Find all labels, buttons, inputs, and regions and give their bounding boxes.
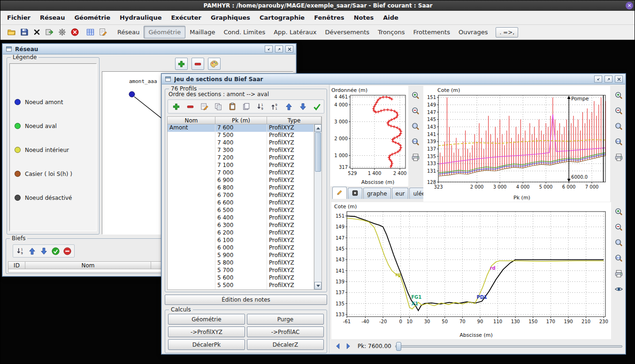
toolbar-mode-ouvrages[interactable]: Ouvrages (454, 26, 492, 38)
table-row[interactable]: 7 500ProfilXYZ (168, 132, 314, 139)
enable-bief-button[interactable] (50, 246, 61, 256)
notes-tool-button[interactable] (97, 26, 109, 38)
edit-notes-button[interactable]: Édition des notes (165, 295, 327, 305)
table-row[interactable]: 5 600ProfilXYZ (168, 274, 314, 282)
scroll-up-button[interactable] (314, 124, 321, 132)
toolbar-mode-maillage[interactable]: Maillage (185, 26, 219, 38)
validate-button[interactable] (311, 100, 323, 113)
section-chart[interactable]: -61-40-200103050709011013015017019021023… (331, 202, 611, 339)
plan-chart[interactable]: 5291 4002 4004 4614 0003 0002 0001 00031… (330, 86, 408, 186)
table-row[interactable]: 6 000ProfilXYZ (168, 244, 314, 252)
remove-node-button[interactable] (191, 58, 204, 70)
table-row[interactable]: 7 200ProfilXYZ (168, 154, 314, 162)
splitter[interactable] (329, 84, 329, 353)
menu-notes[interactable]: Notes (349, 12, 379, 23)
toolbar-mode-d-versements[interactable]: Déversements (321, 26, 374, 38)
window-titlebar[interactable]: PAMHYR : /home/parouby/MAGE/exemple_saar… (0, 0, 635, 11)
table-row[interactable]: 6 800ProfilXYZ (168, 184, 314, 192)
sort-asc-button[interactable]: 91 (268, 100, 281, 113)
paste-button[interactable] (226, 100, 239, 113)
menu-graphiques[interactable]: Graphiques (206, 12, 255, 23)
table-button[interactable] (84, 26, 97, 38)
toolbar-mode-cond-limites[interactable]: Cond. Limites (219, 26, 269, 38)
toolbar-mode-r-seau[interactable]: Réseau (113, 26, 144, 38)
minimize-icon[interactable] (594, 76, 602, 83)
tab-clear[interactable] (348, 188, 362, 199)
maximize-icon[interactable] (275, 46, 283, 53)
biefs-column-header[interactable]: ID (8, 262, 25, 269)
export-button[interactable] (43, 26, 56, 38)
print-button[interactable] (409, 151, 422, 163)
close-window-icon[interactable] (285, 46, 293, 53)
scrollbar-thumb[interactable] (315, 132, 321, 172)
visibility-button[interactable] (612, 283, 625, 295)
toolbar-mode-tron-ons[interactable]: Tronçons (374, 26, 409, 38)
menu-fenêtres[interactable]: Fenêtres (309, 12, 349, 23)
menu-exécuter[interactable]: Exécuter (166, 12, 206, 23)
table-row[interactable]: 5 900ProfilXYZ (168, 252, 314, 259)
menu-cartographie[interactable]: Cartographie (255, 12, 309, 23)
edit-profile-button[interactable] (198, 100, 211, 113)
calc-button-d-calerz[interactable]: DécalerZ (247, 339, 324, 350)
table-row[interactable]: 5 800ProfilXYZ (168, 259, 314, 267)
open-button[interactable] (5, 26, 18, 38)
menu-géométrie[interactable]: Géométrie (69, 12, 115, 23)
move-down-button[interactable] (38, 246, 49, 256)
settings-button[interactable] (56, 26, 69, 38)
table-row[interactable]: 7 300ProfilXYZ (168, 147, 314, 154)
table-row[interactable]: 5 500ProfilXYZ (168, 282, 314, 289)
zoom-in-button[interactable] (612, 205, 625, 218)
add-node-button[interactable] (175, 58, 188, 70)
remove-bief-button[interactable] (62, 246, 72, 256)
reseau-window-titlebar[interactable]: Réseau (3, 44, 296, 54)
table-row[interactable]: 6 600ProfilXYZ (168, 199, 314, 207)
print-button[interactable] (612, 151, 625, 163)
sort-button[interactable]: 19 (15, 246, 25, 256)
maximize-icon[interactable] (604, 76, 612, 83)
zoom-in-button[interactable] (612, 89, 625, 101)
calc-button-d-calerpk[interactable]: DécalerPk (168, 339, 245, 350)
zoom-window-button[interactable] (612, 236, 625, 249)
profils-column-header[interactable]: Type (267, 117, 321, 124)
table-scrollbar[interactable] (314, 124, 321, 289)
upstream-node[interactable] (129, 91, 135, 97)
tab-edit[interactable] (332, 187, 347, 199)
close-window-icon[interactable] (615, 76, 623, 83)
remove-profile-button[interactable] (184, 100, 197, 113)
scroll-down-button[interactable] (314, 282, 321, 289)
print-button[interactable] (612, 267, 625, 280)
tab-eur[interactable]: eur (392, 188, 409, 199)
menu-aide[interactable]: Aide (378, 12, 403, 23)
table-row[interactable]: 7 400ProfilXYZ (168, 139, 314, 147)
profile-chart[interactable]: 3232 0003 0004 0005 0006 0007 0001511491… (423, 86, 610, 202)
move-down-button[interactable] (297, 100, 309, 113)
table-row[interactable]: 6 400ProfilXYZ (168, 214, 314, 222)
calc-button-purge[interactable]: Purge (247, 314, 324, 325)
table-row[interactable]: 6 900ProfilXYZ (168, 177, 314, 184)
zoom-out-button[interactable] (409, 105, 422, 117)
table-row[interactable]: 7 100ProfilXYZ (168, 162, 314, 169)
pk-slider-thumb[interactable] (396, 342, 401, 351)
toolbar-mode--[interactable]: . =>, (496, 27, 518, 38)
toolbar-mode-g-om-trie[interactable]: Géométrie (144, 26, 185, 38)
zoom-out-button[interactable] (612, 105, 625, 117)
zoom-in-button[interactable] (409, 89, 422, 101)
previous-profile-button[interactable] (333, 341, 343, 351)
table-row[interactable]: 5 700ProfilXYZ (168, 267, 314, 274)
menu-hydraulique[interactable]: Hydraulique (115, 12, 166, 23)
calc-button--profilac[interactable]: ->ProfilAC (247, 326, 324, 337)
copy-button[interactable] (212, 100, 225, 113)
zoom-window-button[interactable] (612, 120, 625, 132)
add-profile-button[interactable] (170, 100, 183, 113)
zoom-reset-button[interactable]: 1:1 (409, 136, 422, 148)
pk-slider-track[interactable] (395, 345, 622, 348)
table-row[interactable]: 7 000ProfilXYZ (168, 169, 314, 177)
biefs-column-header[interactable]: Nom (25, 262, 151, 269)
table-row[interactable]: Amont7 600ProfilXYZ (168, 124, 314, 132)
palette-button[interactable] (208, 58, 221, 70)
sections-window-titlebar[interactable]: Jeu de sections du Bief Saar (162, 74, 625, 84)
close-icon[interactable]: × (626, 2, 633, 9)
save-button[interactable] (18, 26, 31, 38)
menu-fichier[interactable]: Fichier (2, 12, 35, 23)
toolbar-mode-frottements[interactable]: Frottements (409, 26, 454, 38)
